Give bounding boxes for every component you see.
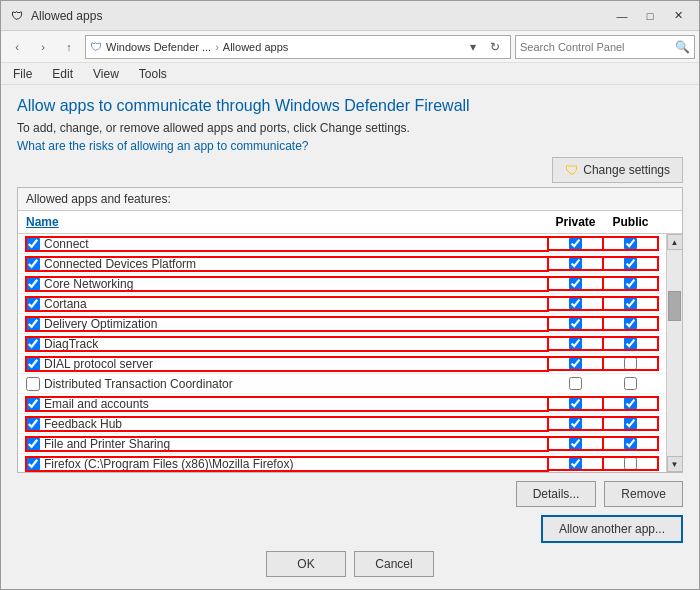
public-checkbox-cell: [603, 417, 658, 430]
public-checkbox-cell: [603, 337, 658, 350]
public-checkbox[interactable]: [624, 277, 637, 290]
toolbar-row: 🛡 Change settings: [17, 157, 683, 183]
app-name: Firefox (C:\Program Files (x86)\Mozilla …: [44, 457, 548, 471]
private-checkbox[interactable]: [569, 457, 582, 470]
public-checkbox[interactable]: [624, 357, 637, 370]
minimize-button[interactable]: —: [609, 3, 635, 29]
app-name: File and Printer Sharing: [44, 437, 548, 451]
shield-icon: 🛡: [565, 162, 579, 178]
remove-button[interactable]: Remove: [604, 481, 683, 507]
private-checkbox[interactable]: [569, 237, 582, 250]
scroll-area: Connect Connected Devices Platform Core …: [18, 234, 682, 472]
dropdown-button[interactable]: ▾: [462, 36, 484, 58]
public-checkbox[interactable]: [624, 377, 637, 390]
scroll-track: [667, 250, 682, 456]
app-checkbox-name[interactable]: [26, 457, 40, 471]
public-checkbox-cell: [603, 277, 658, 290]
risk-link[interactable]: What are the risks of allowing an app to…: [17, 139, 683, 153]
public-checkbox[interactable]: [624, 337, 637, 350]
private-checkbox[interactable]: [569, 277, 582, 290]
menu-file[interactable]: File: [9, 65, 36, 83]
private-checkbox[interactable]: [569, 417, 582, 430]
table-row: Core Networking: [18, 274, 666, 294]
address-part2: Allowed apps: [223, 41, 288, 53]
public-checkbox[interactable]: [624, 317, 637, 330]
col-public-header: Public: [603, 215, 658, 229]
allowed-section-label: Allowed apps and features:: [26, 192, 171, 206]
change-settings-button[interactable]: 🛡 Change settings: [552, 157, 683, 183]
details-button[interactable]: Details...: [516, 481, 597, 507]
public-checkbox[interactable]: [624, 237, 637, 250]
search-box: 🔍: [515, 35, 695, 59]
public-checkbox[interactable]: [624, 417, 637, 430]
public-checkbox[interactable]: [624, 437, 637, 450]
public-checkbox-cell: [603, 377, 658, 390]
table-row: Email and accounts: [18, 394, 666, 414]
public-checkbox[interactable]: [624, 457, 637, 470]
public-checkbox-cell: [603, 437, 658, 450]
close-button[interactable]: ✕: [665, 3, 691, 29]
private-checkbox[interactable]: [569, 317, 582, 330]
private-checkbox[interactable]: [569, 257, 582, 270]
allow-another-button[interactable]: Allow another app...: [541, 515, 683, 543]
table-row: Distributed Transaction Coordinator: [18, 374, 666, 394]
private-checkbox[interactable]: [569, 437, 582, 450]
forward-button[interactable]: ›: [31, 35, 55, 59]
app-name: Core Networking: [44, 277, 548, 291]
maximize-button[interactable]: □: [637, 3, 663, 29]
app-name: DiagTrack: [44, 337, 548, 351]
change-settings-label: Change settings: [583, 163, 670, 177]
app-checkbox-name[interactable]: [26, 317, 40, 331]
app-name: Connect: [44, 237, 548, 251]
app-name: Feedback Hub: [44, 417, 548, 431]
up-button[interactable]: ↑: [57, 35, 81, 59]
refresh-button[interactable]: ↻: [484, 36, 506, 58]
col-name-header[interactable]: Name: [26, 215, 548, 229]
app-checkbox-name[interactable]: [26, 297, 40, 311]
scroll-up-button[interactable]: ▲: [667, 234, 683, 250]
window-title: Allowed apps: [31, 9, 609, 23]
scroll-down-button[interactable]: ▼: [667, 456, 683, 472]
private-checkbox[interactable]: [569, 377, 582, 390]
ok-button[interactable]: OK: [266, 551, 346, 577]
menu-edit[interactable]: Edit: [48, 65, 77, 83]
menu-tools[interactable]: Tools: [135, 65, 171, 83]
app-checkbox-name[interactable]: [26, 377, 40, 391]
app-checkbox-name[interactable]: [26, 337, 40, 351]
private-checkbox[interactable]: [569, 297, 582, 310]
search-icon: 🔍: [675, 40, 690, 54]
table-row: Connect: [18, 234, 666, 254]
app-checkbox-name[interactable]: [26, 277, 40, 291]
back-button[interactable]: ‹: [5, 35, 29, 59]
public-checkbox[interactable]: [624, 257, 637, 270]
private-checkbox-cell: [548, 417, 603, 430]
table-row: DiagTrack: [18, 334, 666, 354]
public-checkbox[interactable]: [624, 397, 637, 410]
table-row: File and Printer Sharing: [18, 434, 666, 454]
app-checkbox-name[interactable]: [26, 237, 40, 251]
table-row: Connected Devices Platform: [18, 254, 666, 274]
main-window: 🛡 Allowed apps — □ ✕ ‹ › ↑ 🛡 Windows Def…: [0, 0, 700, 590]
private-checkbox[interactable]: [569, 337, 582, 350]
app-checkbox-name[interactable]: [26, 357, 40, 371]
app-checkbox-name[interactable]: [26, 257, 40, 271]
app-checkbox-name[interactable]: [26, 397, 40, 411]
app-checkbox-name[interactable]: [26, 417, 40, 431]
scroll-thumb[interactable]: [668, 291, 681, 321]
address-part1: Windows Defender ...: [106, 41, 211, 53]
private-checkbox-cell: [548, 257, 603, 270]
public-checkbox-cell: [603, 357, 658, 370]
content-area: Allow apps to communicate through Window…: [1, 85, 699, 589]
cancel-button[interactable]: Cancel: [354, 551, 434, 577]
allowed-apps-section: Allowed apps and features: Name Private …: [17, 187, 683, 473]
table-row: Firefox (C:\Program Files (x86)\Mozilla …: [18, 454, 666, 472]
menu-view[interactable]: View: [89, 65, 123, 83]
public-checkbox[interactable]: [624, 297, 637, 310]
app-checkbox-name[interactable]: [26, 437, 40, 451]
private-checkbox[interactable]: [569, 357, 582, 370]
public-checkbox-cell: [603, 457, 658, 470]
private-checkbox[interactable]: [569, 397, 582, 410]
app-name: DIAL protocol server: [44, 357, 548, 371]
title-bar: 🛡 Allowed apps — □ ✕: [1, 1, 699, 31]
search-input[interactable]: [520, 41, 675, 53]
